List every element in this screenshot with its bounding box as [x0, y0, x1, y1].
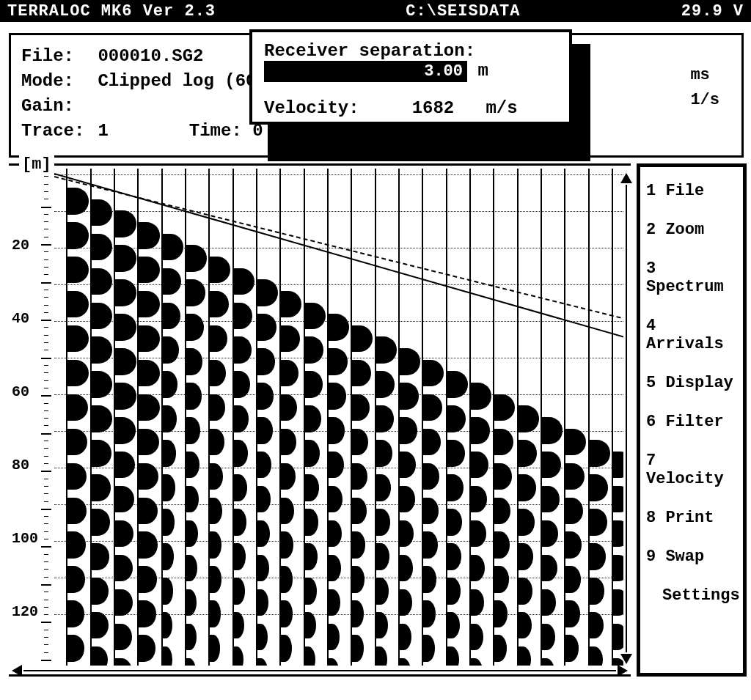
wave-lobe — [422, 566, 436, 593]
info-panel: File: 000010.SG2 Mode: Clipped log (60 d… — [9, 33, 744, 158]
wave-lobe — [517, 578, 532, 605]
vertical-scroll-track[interactable] — [626, 185, 627, 652]
wave-lobe — [588, 612, 604, 639]
wave-lobe — [279, 360, 298, 387]
menu-zoom[interactable]: 2 Zoom — [642, 210, 741, 249]
wave-lobe — [232, 646, 244, 666]
wave-lobe — [327, 624, 340, 651]
wave-lobe — [304, 303, 326, 330]
wave-lobe — [114, 314, 136, 341]
wave-lobe — [375, 474, 392, 501]
wave-lobe — [375, 612, 388, 639]
wave-lobe — [90, 612, 109, 639]
menu-filter[interactable]: 6 Filter — [642, 402, 741, 441]
wave-lobe — [279, 600, 292, 627]
menu-display[interactable]: 5 Display — [642, 364, 741, 402]
wave-lobe — [66, 531, 86, 559]
menu-spectrum[interactable]: 3 Spectrum — [642, 249, 741, 306]
unit-hz: 1/s — [690, 88, 719, 113]
wave-lobe — [493, 394, 515, 421]
scroll-left-icon[interactable] — [12, 665, 22, 677]
wave-lobe — [161, 646, 172, 666]
main-area: [m] 20 40 60 80 100 120 — [9, 163, 747, 677]
wave-lobe — [327, 486, 342, 513]
side-menu: 1 File 2 Zoom 3 Spectrum 4 Arrivals 5 Di… — [637, 163, 747, 677]
wave-lobe — [90, 268, 113, 295]
wave-lobe — [137, 325, 160, 353]
wave-lobe — [232, 405, 249, 432]
wave-lobe — [66, 394, 88, 421]
wave-lobe — [256, 383, 274, 410]
menu-file[interactable]: 1 File — [642, 172, 741, 210]
wave-lobe — [279, 635, 292, 662]
wave-lobe — [422, 600, 436, 627]
wave-lobe — [279, 498, 294, 525]
wave-lobe — [161, 578, 174, 605]
wave-lobe — [351, 325, 373, 353]
menu-arrivals[interactable]: 4 Arrivals — [642, 306, 741, 364]
y-tick-20: 20 — [12, 237, 29, 254]
velocity-value: 1682 — [412, 98, 455, 118]
menu-settings[interactable]: Settings — [642, 576, 741, 615]
wave-lobe — [398, 520, 414, 548]
scroll-right-icon[interactable] — [618, 665, 628, 677]
wave-lobe — [256, 452, 271, 479]
wave-lobe — [327, 314, 349, 341]
wave-lobe — [351, 531, 365, 559]
wave-lobe — [541, 452, 561, 479]
wave-lobe — [304, 543, 318, 570]
wave-lobe — [564, 498, 583, 525]
wave-lobe — [375, 509, 390, 536]
wave-lobe — [446, 578, 461, 605]
wave-lobe — [327, 417, 345, 444]
wave-lobe — [279, 325, 300, 353]
wave-lobe — [185, 658, 196, 666]
wave-lobe — [161, 303, 180, 330]
menu-swap[interactable]: 9 Swap — [642, 537, 741, 576]
menu-print[interactable]: 8 Print — [642, 498, 741, 537]
voltage-display: 29.9 V — [681, 2, 744, 21]
wave-lobe — [279, 429, 296, 456]
vertical-scroll[interactable] — [620, 173, 632, 664]
wave-lobe — [469, 658, 483, 666]
wave-lobe — [256, 348, 275, 375]
wave-lobe — [232, 612, 245, 639]
receiver-sep-unit: m — [477, 61, 488, 81]
wave-lobe — [351, 566, 364, 593]
grid-line — [54, 174, 623, 175]
gain-label: Gain: — [21, 94, 87, 119]
wave-lobe — [541, 417, 563, 444]
wave-lobe — [398, 658, 411, 666]
wave-lobe — [161, 612, 173, 639]
wave-lobe — [279, 291, 301, 318]
wave-lobe — [469, 520, 486, 548]
wave-lobe — [469, 417, 490, 444]
wave-lobe — [256, 624, 268, 651]
wave-lobe — [161, 474, 175, 501]
wave-lobe — [375, 336, 397, 364]
seismogram-canvas[interactable] — [54, 169, 623, 666]
wave-lobe — [114, 589, 133, 616]
y-ruler — [44, 169, 51, 666]
axis-label: [m] — [19, 155, 54, 174]
wave-lobe — [90, 199, 113, 226]
file-label: File: — [21, 44, 87, 69]
wave-lobe — [208, 566, 221, 593]
wave-lobe — [469, 452, 488, 479]
scroll-down-icon[interactable] — [620, 654, 632, 664]
horizontal-scroll-track[interactable] — [23, 670, 616, 671]
y-tick-80: 80 — [12, 457, 29, 474]
scroll-up-icon[interactable] — [620, 173, 632, 183]
y-tick-40: 40 — [12, 310, 29, 327]
y-tick-60: 60 — [12, 383, 29, 400]
trace-value: 1 — [98, 119, 178, 144]
receiver-sep-input[interactable] — [264, 61, 467, 82]
seismogram-frame[interactable]: [m] 20 40 60 80 100 120 — [9, 163, 631, 677]
wave-lobe — [114, 624, 132, 651]
wave-lobe — [208, 360, 226, 387]
menu-velocity[interactable]: 7 Velocity — [642, 441, 741, 498]
horizontal-scroll[interactable] — [9, 666, 631, 676]
wave-lobe — [114, 486, 134, 513]
wave-lobe — [137, 257, 160, 284]
wave-lobe — [327, 348, 348, 375]
